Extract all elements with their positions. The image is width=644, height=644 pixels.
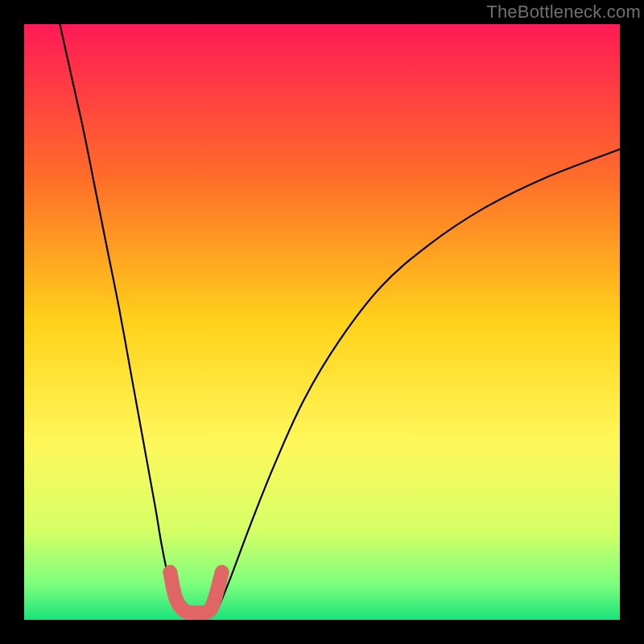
watermark-label: TheBottleneck.com [486,2,641,23]
plot-area [24,24,620,620]
gradient-background [24,24,620,620]
plot-svg [24,24,620,620]
chart-frame: TheBottleneck.com [0,0,644,644]
